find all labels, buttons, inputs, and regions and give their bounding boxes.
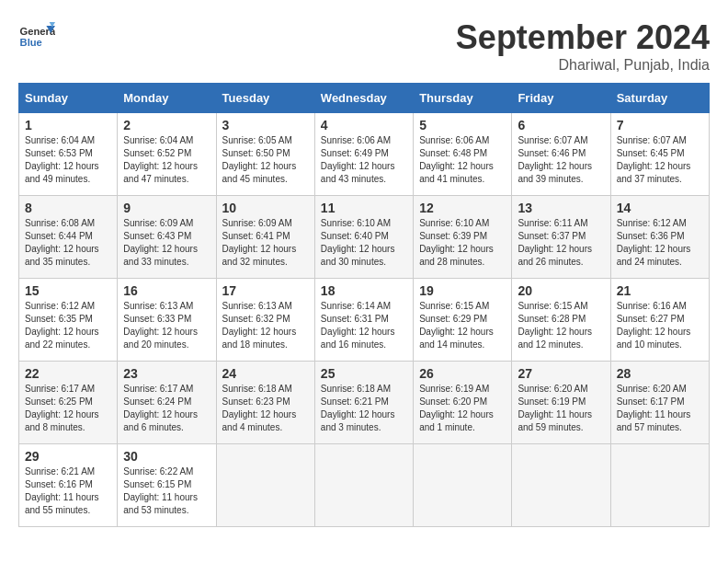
title-area: September 2024 Dhariwal, Punjab, India <box>456 18 710 74</box>
table-row: 1 Sunrise: 6:04 AMSunset: 6:53 PMDayligh… <box>19 113 118 196</box>
day-detail: Sunrise: 6:16 AMSunset: 6:27 PMDaylight:… <box>617 301 691 350</box>
day-detail: Sunrise: 6:22 AMSunset: 6:15 PMDaylight:… <box>123 466 198 515</box>
day-number: 24 <box>222 366 309 381</box>
col-saturday: Saturday <box>610 84 709 113</box>
table-row <box>216 444 314 527</box>
day-number: 10 <box>222 201 309 215</box>
table-row: 25 Sunrise: 6:18 AMSunset: 6:21 PMDaylig… <box>314 362 413 444</box>
day-detail: Sunrise: 6:13 AMSunset: 6:33 PMDaylight:… <box>123 301 198 350</box>
day-detail: Sunrise: 6:11 AMSunset: 6:37 PMDaylight:… <box>518 218 592 267</box>
day-detail: Sunrise: 6:07 AMSunset: 6:46 PMDaylight:… <box>518 135 592 184</box>
day-number: 13 <box>518 201 604 215</box>
day-detail: Sunrise: 6:06 AMSunset: 6:49 PMDaylight:… <box>321 135 395 184</box>
day-detail: Sunrise: 6:13 AMSunset: 6:32 PMDaylight:… <box>222 301 297 350</box>
day-number: 8 <box>25 201 111 215</box>
day-number: 20 <box>518 283 604 298</box>
day-number: 2 <box>123 118 210 132</box>
calendar-row: 29 Sunrise: 6:21 AMSunset: 6:16 PMDaylig… <box>19 444 710 527</box>
table-row: 28 Sunrise: 6:20 AMSunset: 6:17 PMDaylig… <box>610 362 709 444</box>
table-row <box>414 444 512 527</box>
day-detail: Sunrise: 6:10 AMSunset: 6:39 PMDaylight:… <box>419 218 494 267</box>
table-row <box>512 444 610 527</box>
table-row: 15 Sunrise: 6:12 AMSunset: 6:35 PMDaylig… <box>19 279 118 362</box>
day-number: 23 <box>123 366 210 381</box>
table-row: 14 Sunrise: 6:12 AMSunset: 6:36 PMDaylig… <box>610 196 709 279</box>
location-title: Dhariwal, Punjab, India <box>456 57 710 74</box>
day-number: 11 <box>321 201 407 215</box>
calendar-row: 15 Sunrise: 6:12 AMSunset: 6:35 PMDaylig… <box>19 279 710 362</box>
day-detail: Sunrise: 6:08 AMSunset: 6:44 PMDaylight:… <box>25 218 99 267</box>
day-detail: Sunrise: 6:09 AMSunset: 6:43 PMDaylight:… <box>123 218 198 267</box>
table-row: 30 Sunrise: 6:22 AMSunset: 6:15 PMDaylig… <box>118 444 216 527</box>
col-wednesday: Wednesday <box>314 84 413 113</box>
logo: General Blue <box>18 18 55 55</box>
day-number: 5 <box>419 118 506 132</box>
table-row: 5 Sunrise: 6:06 AMSunset: 6:48 PMDayligh… <box>414 113 512 196</box>
table-row: 13 Sunrise: 6:11 AMSunset: 6:37 PMDaylig… <box>512 196 610 279</box>
day-number: 18 <box>321 283 407 298</box>
header-row: Sunday Monday Tuesday Wednesday Thursday… <box>19 84 710 113</box>
logo-icon: General Blue <box>18 18 55 55</box>
day-number: 30 <box>123 449 210 464</box>
table-row: 21 Sunrise: 6:16 AMSunset: 6:27 PMDaylig… <box>610 279 709 362</box>
table-row: 9 Sunrise: 6:09 AMSunset: 6:43 PMDayligh… <box>118 196 216 279</box>
day-number: 29 <box>25 449 111 464</box>
day-number: 17 <box>222 283 309 298</box>
day-detail: Sunrise: 6:15 AMSunset: 6:29 PMDaylight:… <box>419 301 494 350</box>
day-number: 1 <box>25 118 111 132</box>
table-row: 10 Sunrise: 6:09 AMSunset: 6:41 PMDaylig… <box>216 196 314 279</box>
day-number: 12 <box>419 201 506 215</box>
table-row: 3 Sunrise: 6:05 AMSunset: 6:50 PMDayligh… <box>216 113 314 196</box>
table-row: 26 Sunrise: 6:19 AMSunset: 6:20 PMDaylig… <box>414 362 512 444</box>
table-row: 19 Sunrise: 6:15 AMSunset: 6:29 PMDaylig… <box>414 279 512 362</box>
day-number: 3 <box>222 118 309 132</box>
day-detail: Sunrise: 6:12 AMSunset: 6:36 PMDaylight:… <box>617 218 691 267</box>
day-detail: Sunrise: 6:18 AMSunset: 6:21 PMDaylight:… <box>321 384 395 432</box>
table-row: 8 Sunrise: 6:08 AMSunset: 6:44 PMDayligh… <box>19 196 118 279</box>
day-number: 6 <box>518 118 604 132</box>
table-row: 4 Sunrise: 6:06 AMSunset: 6:49 PMDayligh… <box>314 113 413 196</box>
calendar-row: 22 Sunrise: 6:17 AMSunset: 6:25 PMDaylig… <box>19 362 710 444</box>
table-row: 24 Sunrise: 6:18 AMSunset: 6:23 PMDaylig… <box>216 362 314 444</box>
col-tuesday: Tuesday <box>216 84 314 113</box>
day-number: 7 <box>617 118 703 132</box>
page-header: General Blue September 2024 Dhariwal, Pu… <box>18 18 710 74</box>
day-number: 26 <box>419 366 506 381</box>
table-row: 27 Sunrise: 6:20 AMSunset: 6:19 PMDaylig… <box>512 362 610 444</box>
day-detail: Sunrise: 6:10 AMSunset: 6:40 PMDaylight:… <box>321 218 395 267</box>
day-detail: Sunrise: 6:06 AMSunset: 6:48 PMDaylight:… <box>419 135 494 184</box>
table-row: 6 Sunrise: 6:07 AMSunset: 6:46 PMDayligh… <box>512 113 610 196</box>
day-number: 14 <box>617 201 703 215</box>
table-row: 29 Sunrise: 6:21 AMSunset: 6:16 PMDaylig… <box>19 444 118 527</box>
table-row: 23 Sunrise: 6:17 AMSunset: 6:24 PMDaylig… <box>118 362 216 444</box>
col-sunday: Sunday <box>19 84 118 113</box>
day-detail: Sunrise: 6:17 AMSunset: 6:24 PMDaylight:… <box>123 384 198 432</box>
day-detail: Sunrise: 6:20 AMSunset: 6:19 PMDaylight:… <box>518 384 592 432</box>
table-row: 2 Sunrise: 6:04 AMSunset: 6:52 PMDayligh… <box>118 113 216 196</box>
table-row: 16 Sunrise: 6:13 AMSunset: 6:33 PMDaylig… <box>118 279 216 362</box>
day-number: 16 <box>123 283 210 298</box>
day-detail: Sunrise: 6:20 AMSunset: 6:17 PMDaylight:… <box>617 384 691 432</box>
day-detail: Sunrise: 6:17 AMSunset: 6:25 PMDaylight:… <box>25 384 99 432</box>
day-detail: Sunrise: 6:18 AMSunset: 6:23 PMDaylight:… <box>222 384 297 432</box>
day-number: 19 <box>419 283 506 298</box>
col-monday: Monday <box>118 84 216 113</box>
table-row: 7 Sunrise: 6:07 AMSunset: 6:45 PMDayligh… <box>610 113 709 196</box>
day-detail: Sunrise: 6:12 AMSunset: 6:35 PMDaylight:… <box>25 301 99 350</box>
month-title: September 2024 <box>456 18 710 57</box>
day-detail: Sunrise: 6:04 AMSunset: 6:53 PMDaylight:… <box>25 135 99 184</box>
col-thursday: Thursday <box>414 84 512 113</box>
day-number: 9 <box>123 201 210 215</box>
table-row: 11 Sunrise: 6:10 AMSunset: 6:40 PMDaylig… <box>314 196 413 279</box>
calendar-row: 1 Sunrise: 6:04 AMSunset: 6:53 PMDayligh… <box>19 113 710 196</box>
day-number: 4 <box>321 118 407 132</box>
table-row <box>610 444 709 527</box>
day-detail: Sunrise: 6:21 AMSunset: 6:16 PMDaylight:… <box>25 466 99 515</box>
table-row: 17 Sunrise: 6:13 AMSunset: 6:32 PMDaylig… <box>216 279 314 362</box>
day-number: 21 <box>617 283 703 298</box>
day-number: 27 <box>518 366 604 381</box>
day-number: 25 <box>321 366 407 381</box>
day-detail: Sunrise: 6:19 AMSunset: 6:20 PMDaylight:… <box>419 384 494 432</box>
day-detail: Sunrise: 6:05 AMSunset: 6:50 PMDaylight:… <box>222 135 297 184</box>
day-number: 15 <box>25 283 111 298</box>
